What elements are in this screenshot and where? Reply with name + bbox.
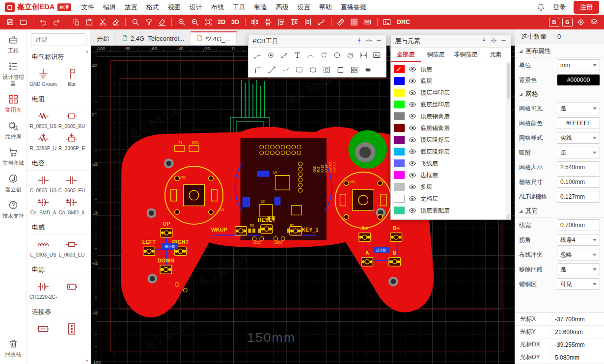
- property-select[interactable]: 实线: [557, 132, 600, 144]
- pin-icon[interactable]: [356, 37, 362, 45]
- layer-color-swatch[interactable]: [394, 136, 405, 144]
- menu-item-4[interactable]: 视图: [164, 1, 185, 13]
- layer-color-swatch[interactable]: [394, 159, 405, 167]
- arc-cw-tool-button[interactable]: [318, 49, 330, 61]
- layer-color-swatch[interactable]: [394, 171, 405, 179]
- zoom-in-button[interactable]: [175, 16, 188, 28]
- menu-item-8[interactable]: 制造: [250, 1, 272, 13]
- menu-item-2[interactable]: 放置: [120, 1, 142, 13]
- section-header[interactable]: ◢其它: [515, 204, 604, 218]
- layer-row[interactable]: 多层: [391, 181, 506, 193]
- layer-color-swatch[interactable]: [394, 101, 405, 108]
- layers-tab-3[interactable]: 元素: [481, 48, 511, 62]
- property-select[interactable]: 是: [557, 263, 600, 275]
- component-item[interactable]: [29, 321, 57, 338]
- property-input[interactable]: 0.700mm: [557, 219, 600, 231]
- image-tool-button[interactable]: [371, 49, 383, 61]
- library-filter-input[interactable]: [31, 33, 86, 46]
- component-item[interactable]: C_0805_US: [29, 172, 57, 194]
- sidebar-item-project[interactable]: 工程: [0, 33, 27, 55]
- notifications-bell-icon[interactable]: [537, 2, 545, 12]
- tab-2[interactable]: *2.4G_...: [191, 31, 237, 45]
- component-item[interactable]: L_0603_US: [29, 236, 57, 259]
- layer-color-swatch[interactable]: [394, 112, 405, 120]
- undo-button[interactable]: [37, 16, 49, 28]
- layer-row[interactable]: 底层: [391, 75, 506, 87]
- property-select[interactable]: 是: [557, 147, 600, 158]
- pcb-tools-header[interactable]: PCB工具: [248, 35, 386, 48]
- component-item[interactable]: Cn_SMD_A: [29, 194, 57, 216]
- visibility-eye-icon[interactable]: [409, 183, 416, 191]
- layers-button[interactable]: [588, 16, 600, 28]
- component-item[interactable]: C_0603_EU: [57, 172, 86, 194]
- menu-item-6[interactable]: 布线: [207, 1, 228, 13]
- visibility-eye-icon[interactable]: [409, 148, 416, 156]
- route-tool-button[interactable]: [278, 49, 290, 61]
- component-item[interactable]: Cn_SMD_A: [57, 194, 86, 216]
- view-3d-button[interactable]: 3D: [229, 19, 242, 26]
- distribute-button[interactable]: [302, 16, 314, 28]
- gear-icon[interactable]: [366, 37, 372, 45]
- corner-tool-button[interactable]: [251, 64, 264, 76]
- layer-color-swatch[interactable]: [394, 195, 405, 203]
- layers-panel-header[interactable]: 层与元素: [391, 35, 511, 48]
- minimize-icon[interactable]: [376, 37, 382, 45]
- layers-tab-0[interactable]: 全部层: [391, 48, 421, 62]
- layer-color-swatch[interactable]: [394, 148, 405, 156]
- bom-button[interactable]: B: [549, 18, 559, 27]
- sidebar-item-recycle-bin[interactable]: 回收站: [0, 337, 27, 359]
- tab-0[interactable]: 开始: [91, 32, 116, 45]
- drc-button[interactable]: DRC: [394, 19, 412, 26]
- menu-item-9[interactable]: 高级: [272, 1, 293, 13]
- menu-item-11[interactable]: 帮助: [315, 1, 336, 13]
- property-input[interactable]: 2.540mm: [557, 161, 600, 173]
- text-tool-button[interactable]: [291, 49, 303, 61]
- cutout-tool-button[interactable]: [320, 64, 333, 76]
- align-top-button[interactable]: [289, 16, 301, 28]
- sidebar-item-support[interactable]: 技术支持: [0, 199, 27, 221]
- search-button[interactable]: [129, 16, 141, 28]
- visibility-eye-icon[interactable]: [409, 124, 416, 132]
- section-header[interactable]: ◢网格: [515, 87, 604, 101]
- library-scroll-up[interactable]: ▲: [85, 49, 89, 53]
- app-logo[interactable]: 嘉立创EDA 标准: [5, 2, 71, 12]
- open-button[interactable]: [17, 16, 29, 28]
- layer-row[interactable]: 顶层装配层: [391, 205, 506, 216]
- layer-color-swatch[interactable]: [394, 207, 405, 214]
- layer-color-swatch[interactable]: [394, 77, 405, 85]
- layer-color-swatch[interactable]: [394, 183, 405, 191]
- line-45-tool-button[interactable]: [265, 64, 278, 76]
- visibility-eye-icon[interactable]: [409, 136, 416, 144]
- color-swatch-control[interactable]: #FFFFFF: [557, 117, 600, 129]
- component-item[interactable]: CR1220-2C-047B-13: [29, 279, 57, 301]
- layer-row[interactable]: 文档层: [391, 193, 506, 205]
- layer-color-swatch[interactable]: [394, 124, 405, 132]
- delete-button[interactable]: [110, 16, 122, 28]
- gear-icon[interactable]: [491, 37, 497, 45]
- track-tool-button[interactable]: [251, 49, 264, 61]
- property-select[interactable]: 可见: [557, 278, 600, 290]
- sidebar-item-common-library[interactable]: 常用库: [0, 93, 27, 115]
- menu-item-12[interactable]: 直播答疑: [336, 1, 371, 13]
- dimension-tool-button[interactable]: [357, 49, 370, 61]
- zoom-out-button[interactable]: [189, 16, 201, 28]
- arc-tool-button[interactable]: [304, 49, 317, 61]
- library-scroll-down[interactable]: ▼: [85, 359, 89, 363]
- component-item[interactable]: Bar: [57, 66, 86, 88]
- zoom-fit-button[interactable]: [202, 16, 214, 28]
- component-item[interactable]: R_3386P_E: [57, 130, 86, 152]
- sidebar-item-jlc[interactable]: 嘉立创: [0, 172, 27, 194]
- visibility-eye-icon[interactable]: [409, 77, 416, 85]
- visibility-eye-icon[interactable]: [409, 112, 416, 120]
- sidebar-item-lcsc-mall[interactable]: 立创商城: [0, 146, 27, 168]
- layer-row[interactable]: 顶层丝印层: [391, 87, 506, 99]
- component-item[interactable]: [57, 279, 86, 301]
- mirror-vertical-button[interactable]: [262, 16, 275, 28]
- visibility-eye-icon[interactable]: [409, 89, 416, 97]
- copy-button[interactable]: [70, 16, 82, 28]
- property-select[interactable]: 是: [557, 103, 600, 114]
- rounded-rect-tool-button[interactable]: [306, 64, 319, 76]
- menu-item-1[interactable]: 编辑: [99, 1, 120, 13]
- register-button[interactable]: 注册: [574, 1, 599, 14]
- visibility-eye-icon[interactable]: [409, 195, 416, 203]
